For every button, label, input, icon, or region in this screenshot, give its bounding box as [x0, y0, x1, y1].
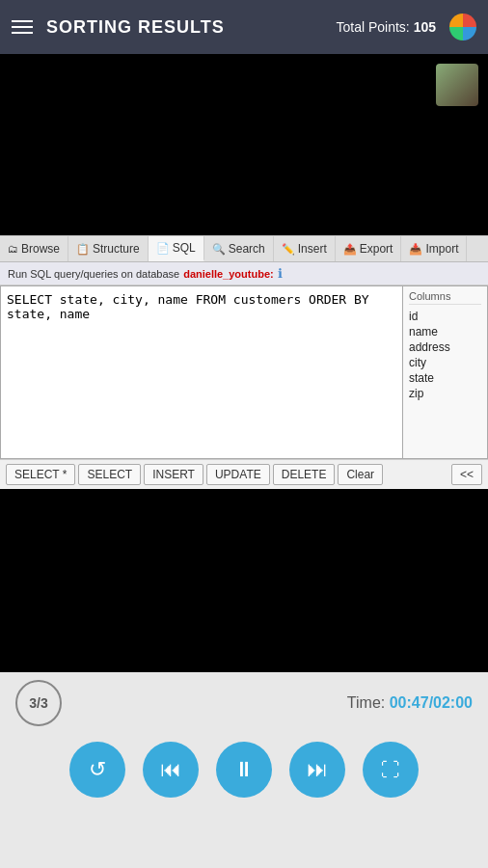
- fullscreen-icon: ⛶: [381, 759, 400, 781]
- import-icon: 📥: [409, 243, 422, 256]
- column-address[interactable]: address: [409, 339, 481, 355]
- avatar: [436, 64, 478, 106]
- column-zip[interactable]: zip: [409, 386, 481, 401]
- column-city[interactable]: city: [409, 355, 481, 370]
- sql-icon: 📄: [156, 242, 170, 255]
- skip-forward-button[interactable]: ⏭: [289, 742, 345, 798]
- time-label: Time:: [347, 694, 385, 711]
- tab-browse-label: Browse: [21, 242, 60, 256]
- pause-button[interactable]: ⏸: [216, 742, 272, 798]
- tab-insert[interactable]: ✏️ Insert: [274, 236, 336, 261]
- tab-search[interactable]: 🔍 Search: [204, 236, 274, 261]
- query-label: Run SQL query/queries on database: [8, 268, 179, 280]
- query-bar: Run SQL query/queries on database daniel…: [0, 262, 488, 285]
- page-title: SORTING RESULTS: [46, 17, 322, 38]
- export-icon: 📤: [343, 243, 357, 256]
- skip-forward-icon: ⏭: [307, 757, 328, 782]
- structure-icon: 📋: [76, 243, 90, 256]
- delete-button[interactable]: DELETE: [273, 464, 336, 485]
- time-display: Time: 00:47/02:00: [347, 694, 473, 712]
- tab-export[interactable]: 📤 Export: [336, 236, 402, 261]
- info-icon[interactable]: ℹ: [278, 266, 283, 281]
- clear-button[interactable]: Clear: [338, 464, 383, 485]
- menu-button[interactable]: [12, 20, 33, 34]
- tab-sql[interactable]: 📄 SQL: [149, 236, 204, 261]
- db-name: danielle_youtube:: [183, 268, 274, 280]
- browse-icon: 🗂: [8, 243, 18, 255]
- insert-icon: ✏️: [282, 243, 295, 256]
- sql-input[interactable]: [0, 285, 403, 459]
- column-id[interactable]: id: [409, 309, 481, 324]
- replay-button[interactable]: ↺: [69, 742, 125, 798]
- columns-panel: Columns id name address city state zip: [403, 285, 488, 459]
- nav-left-button[interactable]: <<: [451, 464, 482, 485]
- tab-structure-label: Structure: [93, 242, 140, 256]
- skip-back-icon: ⏮: [160, 757, 181, 782]
- update-button[interactable]: UPDATE: [206, 464, 270, 485]
- points-value: 105: [414, 19, 436, 35]
- app-header: SORTING RESULTS Total Points: 105: [0, 0, 488, 54]
- tab-import[interactable]: 📥 Import: [401, 236, 467, 261]
- points-display: Total Points: 105: [336, 19, 436, 35]
- playback-controls: ↺ ⏮ ⏸ ⏭ ⛶: [0, 734, 488, 813]
- search-tab-icon: 🔍: [212, 243, 226, 256]
- time-value: 00:47/02:00: [390, 694, 473, 711]
- tab-sql-label: SQL: [173, 241, 196, 255]
- tab-export-label: Export: [360, 242, 393, 256]
- column-name[interactable]: name: [409, 324, 481, 339]
- skip-back-button[interactable]: ⏮: [143, 742, 199, 798]
- sql-button-bar: SELECT * SELECT INSERT UPDATE DELETE Cle…: [0, 459, 488, 489]
- select-button[interactable]: SELECT: [78, 464, 141, 485]
- replay-icon: ↺: [89, 757, 106, 782]
- bottom-bar: 3/3 Time: 00:47/02:00: [0, 672, 488, 734]
- tab-search-label: Search: [229, 242, 265, 256]
- tab-browse[interactable]: 🗂 Browse: [0, 236, 68, 261]
- app-logo: [449, 14, 476, 41]
- insert-button[interactable]: INSERT: [144, 464, 203, 485]
- columns-header: Columns: [409, 290, 481, 305]
- fullscreen-button[interactable]: ⛶: [363, 742, 419, 798]
- tab-bar: 🗂 Browse 📋 Structure 📄 SQL 🔍 Search ✏️ I…: [0, 236, 488, 262]
- column-state[interactable]: state: [409, 370, 481, 386]
- db-panel: 🗂 Browse 📋 Structure 📄 SQL 🔍 Search ✏️ I…: [0, 235, 488, 489]
- video-bottom[interactable]: [0, 489, 488, 672]
- tab-structure[interactable]: 📋 Structure: [68, 236, 149, 261]
- video-top[interactable]: [0, 54, 488, 235]
- tab-import-label: Import: [425, 242, 458, 256]
- select-star-button[interactable]: SELECT *: [6, 464, 75, 485]
- points-label: Total Points:: [336, 19, 409, 35]
- tab-insert-label: Insert: [298, 242, 327, 256]
- slide-counter: 3/3: [15, 680, 62, 726]
- pause-icon: ⏸: [233, 757, 255, 782]
- sql-editor-area: Columns id name address city state zip: [0, 285, 488, 459]
